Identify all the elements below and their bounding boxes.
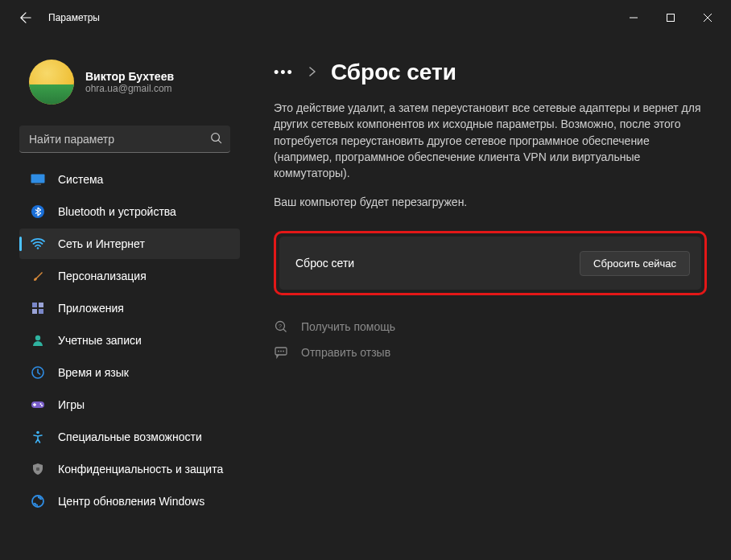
breadcrumb-ellipsis[interactable]: ••• xyxy=(274,65,294,80)
sidebar-item-label: Время и язык xyxy=(58,366,129,379)
sidebar-item-label: Приложения xyxy=(58,302,124,315)
svg-point-15 xyxy=(36,431,39,434)
reset-row: Сброс сети Сбросить сейчас xyxy=(279,237,701,290)
reset-now-button[interactable]: Сбросить сейчас xyxy=(580,251,690,276)
svg-point-13 xyxy=(40,403,42,405)
sidebar-item-label: Bluetooth и устройства xyxy=(58,205,176,218)
svg-point-5 xyxy=(37,247,39,249)
sidebar-item-label: Система xyxy=(58,173,103,186)
feedback-label: Отправить отзыв xyxy=(301,346,390,359)
feedback-icon xyxy=(274,345,288,360)
back-button[interactable] xyxy=(14,6,37,29)
app-body: Виктор Бухтеев ohra.ua@gmail.com Система… xyxy=(0,35,731,560)
sidebar-item-label: Игры xyxy=(58,398,85,411)
account-block[interactable]: Виктор Бухтеев ohra.ua@gmail.com xyxy=(0,45,250,119)
titlebar: Параметры xyxy=(0,0,731,35)
reset-row-highlight: Сброс сети Сбросить сейчас xyxy=(274,231,707,295)
account-text: Виктор Бухтеев ohra.ua@gmail.com xyxy=(85,70,174,94)
sidebar-item-network[interactable]: Сеть и Интернет xyxy=(19,229,240,259)
svg-rect-7 xyxy=(39,303,43,307)
sidebar-item-label: Конфиденциальность и защита xyxy=(58,463,223,476)
clock-icon xyxy=(31,365,45,380)
update-icon xyxy=(31,494,45,509)
close-button[interactable] xyxy=(689,5,726,31)
sidebar-item-bluetooth[interactable]: Bluetooth и устройства xyxy=(19,196,240,227)
close-icon xyxy=(704,14,712,22)
sidebar-item-gaming[interactable]: Игры xyxy=(19,389,240,420)
help-icon: ? xyxy=(274,319,288,334)
wifi-icon xyxy=(31,237,45,251)
svg-rect-8 xyxy=(32,309,37,314)
sidebar-item-system[interactable]: Система xyxy=(19,164,240,195)
account-name: Виктор Бухтеев xyxy=(85,70,174,83)
sidebar-item-label: Сеть и Интернет xyxy=(58,237,145,250)
reset-row-label: Сброс сети xyxy=(295,257,354,270)
sidebar-item-accessibility[interactable]: Специальные возможности xyxy=(19,422,240,452)
svg-rect-9 xyxy=(39,309,43,314)
sidebar: Виктор Бухтеев ohra.ua@gmail.com Система… xyxy=(0,35,250,560)
svg-rect-2 xyxy=(31,175,45,183)
sidebar-item-label: Специальные возможности xyxy=(58,430,202,443)
svg-point-21 xyxy=(278,351,279,352)
arrow-left-icon xyxy=(20,12,31,23)
search-input[interactable] xyxy=(19,126,230,153)
account-icon xyxy=(31,333,45,348)
search-wrap xyxy=(19,126,230,153)
sidebar-item-apps[interactable]: Приложения xyxy=(19,293,240,323)
sidebar-item-windows-update[interactable]: Центр обновления Windows xyxy=(19,486,240,517)
sidebar-item-privacy[interactable]: Конфиденциальность и защита xyxy=(19,454,240,484)
svg-rect-3 xyxy=(35,184,41,186)
window-title: Параметры xyxy=(48,12,100,23)
svg-rect-6 xyxy=(32,303,37,307)
svg-point-14 xyxy=(41,405,43,406)
svg-text:?: ? xyxy=(279,323,282,329)
svg-point-22 xyxy=(280,351,282,352)
minimize-button[interactable] xyxy=(615,5,652,31)
sidebar-item-personalization[interactable]: Персонализация xyxy=(19,261,240,291)
sidebar-item-time-language[interactable]: Время и язык xyxy=(19,357,240,388)
system-icon xyxy=(31,172,45,187)
page-title: Сброс сети xyxy=(331,60,456,85)
chevron-right-icon xyxy=(308,66,316,80)
avatar xyxy=(29,60,74,105)
brush-icon xyxy=(31,269,45,283)
svg-rect-16 xyxy=(36,467,39,471)
accessibility-icon xyxy=(31,430,45,444)
sidebar-item-label: Центр обновления Windows xyxy=(58,495,204,508)
get-help-label: Получить помощь xyxy=(301,320,395,333)
window-controls xyxy=(615,5,726,31)
restart-note: Ваш компьютер будет перезагружен. xyxy=(274,196,707,208)
content: ••• Сброс сети Это действие удалит, а за… xyxy=(250,35,731,560)
feedback-link[interactable]: Отправить отзыв xyxy=(274,345,707,360)
get-help-link[interactable]: ? Получить помощь xyxy=(274,319,707,334)
maximize-button[interactable] xyxy=(652,5,689,31)
nav-list: Система Bluetooth и устройства Сеть и Ин… xyxy=(0,164,250,518)
sidebar-item-label: Учетные записи xyxy=(58,334,142,347)
maximize-icon xyxy=(667,14,675,22)
svg-point-23 xyxy=(283,351,284,352)
help-links: ? Получить помощь Отправить отзыв xyxy=(274,319,707,360)
sidebar-item-label: Персонализация xyxy=(58,270,147,282)
games-icon xyxy=(31,397,45,412)
sidebar-item-accounts[interactable]: Учетные записи xyxy=(19,325,240,356)
shield-icon xyxy=(31,462,45,476)
account-email: ohra.ua@gmail.com xyxy=(85,83,174,94)
svg-rect-0 xyxy=(667,14,675,22)
breadcrumb: ••• Сброс сети xyxy=(274,60,707,85)
description-text: Это действие удалит, а затем переустанов… xyxy=(274,100,707,181)
apps-icon xyxy=(31,301,45,315)
minimize-icon xyxy=(630,14,638,22)
bluetooth-icon xyxy=(31,204,45,219)
svg-point-10 xyxy=(35,336,40,340)
